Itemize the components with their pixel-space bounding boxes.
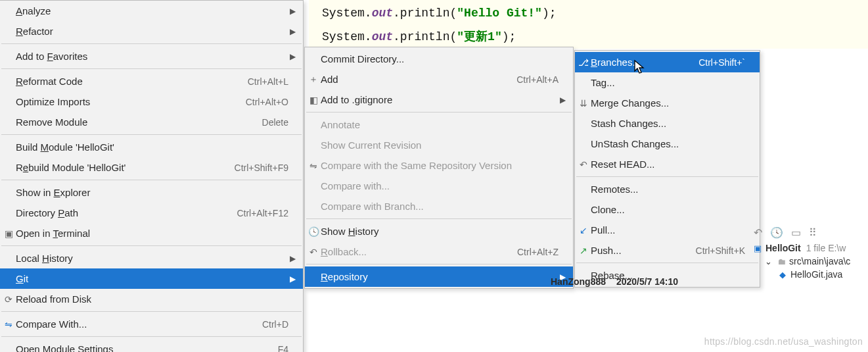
java-file-icon: ◆ — [777, 270, 788, 280]
chevron-right-icon: ▶ — [288, 52, 296, 61]
menu-separator — [306, 218, 572, 219]
menu-analyze[interactable]: Analyze ▶ — [0, 1, 303, 21]
gitignore-icon: ◧ — [306, 95, 321, 105]
terminal-icon: ▣ — [1, 228, 16, 239]
shortcut-label: Ctrl+Alt+F12 — [237, 208, 288, 218]
module-icon: ▣ — [752, 243, 763, 253]
menu-show-explorer[interactable]: Show in Explorer — [0, 182, 303, 203]
menu-pull[interactable]: ↙ Pull... — [575, 220, 760, 240]
menu-clone[interactable]: Clone... — [575, 199, 760, 220]
context-menu-git: Commit Directory... ＋ Add Ctrl+Alt+A ◧ A… — [304, 47, 574, 289]
chevron-right-icon: ▶ — [288, 27, 296, 36]
menu-reset-head[interactable]: ↶ Reset HEAD... — [575, 154, 760, 174]
tree-folder[interactable]: ⌄ 🖿 src\main\java\c — [750, 255, 868, 268]
menu-reload-disk[interactable]: ⟳ Reload from Disk — [0, 289, 303, 309]
menu-local-history[interactable]: Local History ▶ — [0, 248, 303, 268]
context-menu-repository: ⎇ Branches... Ctrl+Shift+` Tag... ⇊ Merg… — [574, 50, 760, 288]
menu-compare-repo-version: ⇋ Compare with the Same Repository Versi… — [305, 155, 573, 176]
menu-push[interactable]: ↗ Push... Ctrl+Shift+K — [575, 240, 760, 261]
menu-commit-directory[interactable]: Commit Directory... — [305, 49, 573, 69]
shortcut-label: Ctrl+Shift+F9 — [235, 163, 288, 173]
menu-remove-module[interactable]: Remove Module Delete — [0, 112, 303, 132]
menu-separator — [1, 336, 302, 337]
menu-reformat-code[interactable]: Reformat Code Ctrl+Alt+L — [0, 71, 303, 91]
menu-open-terminal[interactable]: ▣ Open in Terminal — [0, 223, 303, 243]
menu-branches[interactable]: ⎇ Branches... Ctrl+Shift+` — [575, 52, 760, 72]
undo-icon: ↶ — [576, 159, 591, 170]
menu-open-module-settings[interactable]: Open Module Settings F4 — [0, 339, 303, 352]
menu-stash-changes[interactable]: Stash Changes... — [575, 113, 760, 134]
menu-separator — [306, 112, 572, 113]
context-menu-main: Analyze ▶ Refactor ▶ Add to Favorites ▶ … — [0, 0, 304, 352]
menu-show-current-revision: Show Current Revision — [305, 135, 573, 155]
menu-remotes[interactable]: Remotes... — [575, 179, 760, 199]
menu-separator — [1, 68, 302, 69]
menu-optimize-imports[interactable]: Optimize Imports Ctrl+Alt+O — [0, 91, 303, 112]
clock-icon: 🕓 — [306, 226, 321, 237]
panel-icon[interactable]: ▭ — [791, 226, 801, 239]
reload-icon: ⟳ — [1, 294, 16, 305]
menu-compare-with[interactable]: ⇋ Compare With... Ctrl+D — [0, 314, 303, 334]
menu-directory-path[interactable]: Directory Path Ctrl+Alt+F12 — [0, 203, 303, 223]
chevron-down-icon: ⌄ — [763, 257, 773, 266]
menu-separator — [1, 180, 302, 180]
code-line-2: System.out.println("更新1"); — [322, 25, 868, 49]
menu-repository[interactable]: Repository ▶ — [305, 266, 573, 287]
shortcut-label: Delete — [262, 117, 288, 128]
menu-separator — [306, 264, 572, 264]
chevron-right-icon: ▶ — [288, 274, 296, 284]
menu-show-history[interactable]: 🕓 Show History — [305, 221, 573, 241]
tree-toolbar: ↶ 🕓 ▭ ⠿ — [750, 224, 868, 241]
project-tree: ↶ 🕓 ▭ ⠿ ▣ HelloGit 1 file E:\w ⌄ 🖿 src\m… — [750, 224, 868, 281]
shortcut-label: F4 — [278, 344, 288, 353]
undo-icon: ↶ — [306, 247, 321, 257]
folder-icon: 🖿 — [776, 257, 787, 266]
shortcut-label: Ctrl+Alt+Z — [517, 247, 559, 257]
menu-add-gitignore[interactable]: ◧ Add to .gitignore ▶ — [305, 89, 573, 110]
menu-separator — [1, 134, 302, 135]
chevron-right-icon: ▶ — [559, 95, 566, 105]
menu-compare-branch: Compare with Branch... — [305, 196, 573, 216]
watermark: https://blog.csdn.net/usa_washington — [704, 336, 863, 347]
menu-separator — [1, 245, 302, 246]
commit-date: 2020/5/7 14:10 — [616, 276, 678, 287]
shortcut-label: Ctrl+Shift+` — [698, 57, 745, 68]
grid-icon[interactable]: ⠿ — [809, 226, 817, 239]
menu-separator — [1, 43, 302, 44]
menu-git-add[interactable]: ＋ Add Ctrl+Alt+A — [305, 69, 573, 89]
clock-icon[interactable]: 🕓 — [770, 226, 783, 239]
menu-merge-changes[interactable]: ⇊ Merge Changes... — [575, 93, 760, 113]
code-line-1: System.out.println("Hello Git!"); — [322, 1, 868, 25]
chevron-right-icon: ▶ — [288, 254, 296, 263]
menu-rollback: ↶ Rollback... Ctrl+Alt+Z — [305, 241, 573, 262]
menu-separator — [576, 263, 758, 263]
shortcut-label: Ctrl+D — [262, 319, 288, 330]
tree-file[interactable]: ◆ HelloGit.java — [750, 268, 868, 281]
menu-compare-with: Compare with... — [305, 176, 573, 196]
undo-icon[interactable]: ↶ — [754, 226, 762, 239]
merge-icon: ⇊ — [576, 98, 591, 109]
compare-icon: ⇋ — [306, 161, 321, 171]
menu-build-module[interactable]: Build Module 'HelloGit' — [0, 137, 303, 157]
menu-add-favorites[interactable]: Add to Favorites ▶ — [0, 46, 303, 66]
menu-annotate: Annotate — [305, 114, 573, 135]
menu-unstash-changes[interactable]: UnStash Changes... — [575, 134, 760, 154]
commit-author: HanZong888 — [551, 276, 606, 287]
menu-tag[interactable]: Tag... — [575, 72, 760, 93]
menu-separator — [1, 311, 302, 312]
compare-icon: ⇋ — [1, 319, 16, 330]
menu-rebuild-module[interactable]: Rebuild Module 'HelloGit' Ctrl+Shift+F9 — [0, 157, 303, 178]
tree-root[interactable]: ▣ HelloGit 1 file E:\w — [750, 241, 868, 255]
menu-refactor[interactable]: Refactor ▶ — [0, 21, 303, 41]
shortcut-label: Ctrl+Alt+O — [246, 97, 288, 107]
shortcut-label: Ctrl+Alt+A — [516, 74, 559, 85]
commit-annotation: HanZong888 2020/5/7 14:10 — [551, 276, 678, 287]
shortcut-label: Ctrl+Shift+K — [696, 245, 745, 256]
shortcut-label: Ctrl+Alt+L — [248, 76, 288, 87]
menu-separator — [576, 176, 758, 177]
menu-git[interactable]: Git ▶ — [0, 268, 303, 289]
chevron-right-icon: ▶ — [288, 7, 296, 16]
push-icon: ↗ — [576, 245, 591, 256]
plus-icon: ＋ — [306, 74, 321, 86]
pull-icon: ↙ — [576, 225, 591, 236]
